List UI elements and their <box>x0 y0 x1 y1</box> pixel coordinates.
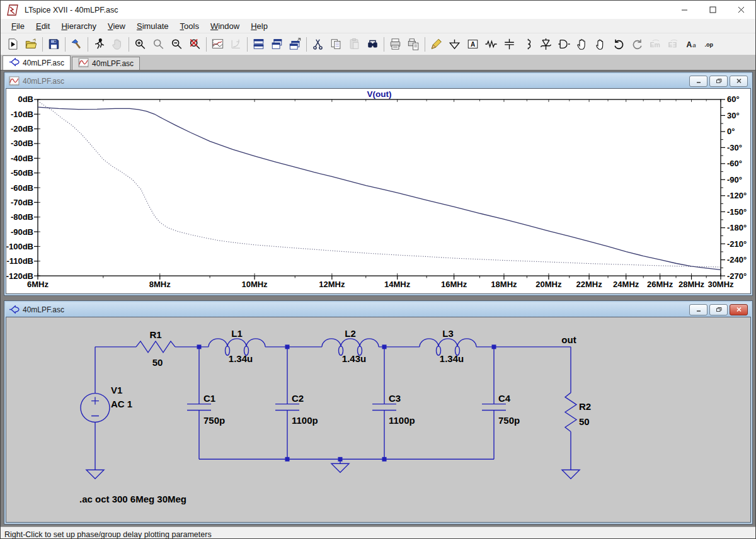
mirror-button[interactable]: Em <box>646 35 665 53</box>
window-minimize-button[interactable] <box>670 1 699 19</box>
save-button[interactable] <box>45 35 63 53</box>
place-component-button[interactable] <box>555 35 573 53</box>
menu-edit[interactable]: Edit <box>30 20 55 32</box>
waveform-plot[interactable]: V(out)0dB-10dB-20dB-30dB-40dB-50dB-60dB-… <box>6 89 750 293</box>
place-capacitor-button[interactable] <box>500 35 518 53</box>
component-label[interactable]: V1 <box>111 385 122 395</box>
pan-plot-button[interactable] <box>227 35 245 53</box>
place-text-button[interactable]: Aa <box>683 35 701 53</box>
svg-text:.op: .op <box>705 42 714 48</box>
inductor-L2-symbol[interactable] <box>322 339 379 347</box>
zoom-out-button[interactable] <box>168 35 186 53</box>
component-label[interactable]: C4 <box>498 393 511 404</box>
waveform-minimize-button[interactable] <box>689 76 707 87</box>
cascade-windows-button[interactable] <box>286 35 304 53</box>
capacitor-C4-symbol[interactable] <box>482 404 506 411</box>
ground-symbol[interactable] <box>86 470 104 479</box>
resistor-R1-symbol[interactable] <box>136 341 175 353</box>
print-preview-button[interactable] <box>404 35 423 53</box>
spice-directive-text[interactable]: .ac oct 300 6Meg 30Meg <box>79 494 186 504</box>
place-net-label-button[interactable]: A <box>464 35 482 53</box>
component-value[interactable]: AC 1 <box>111 399 132 409</box>
component-value[interactable]: 1100p <box>292 416 318 426</box>
component-value[interactable]: 1100p <box>389 416 415 426</box>
menu-file[interactable]: File <box>6 20 30 32</box>
rotate-button[interactable]: E∃ <box>665 35 683 53</box>
schematic-window-titlebar[interactable]: 40mLPF.asc <box>6 302 751 317</box>
waveform-window-titlebar[interactable]: 40mLPF.asc <box>6 74 751 88</box>
schematic-canvas[interactable]: V1 AC 1 R1 50 L1 1.34u L2 1.43u L3 1.34u… <box>6 317 750 522</box>
print-button[interactable] <box>386 35 404 53</box>
component-label[interactable]: R1 <box>149 329 161 340</box>
waveform-restore-button[interactable] <box>709 76 728 87</box>
control-panel-button[interactable] <box>67 35 86 53</box>
component-label[interactable]: C1 <box>203 393 215 404</box>
component-label[interactable]: L3 <box>442 328 453 339</box>
menu-view[interactable]: View <box>102 20 131 32</box>
zoom-full-button[interactable] <box>186 35 204 53</box>
menu-tools[interactable]: Tools <box>175 20 205 32</box>
component-label[interactable]: C2 <box>292 393 304 404</box>
inductor-L3-symbol[interactable] <box>420 339 476 347</box>
autorange-button[interactable] <box>209 35 227 53</box>
new-schematic-button[interactable] <box>4 35 22 53</box>
spice-directive-button[interactable]: .op <box>701 35 719 53</box>
component-value[interactable]: 750p <box>498 416 520 426</box>
component-value[interactable]: 1.34u <box>440 353 464 364</box>
menu-simulate[interactable]: Simulate <box>131 20 175 32</box>
schematic-minimize-button[interactable] <box>689 304 707 315</box>
schematic-window-icon <box>9 305 20 314</box>
ground-symbol[interactable] <box>562 470 580 479</box>
undo-button[interactable] <box>610 35 628 53</box>
component-label[interactable]: L2 <box>345 328 355 339</box>
capacitor-C3-symbol[interactable] <box>372 404 396 411</box>
menu-help[interactable]: Help <box>245 20 273 32</box>
paste-button[interactable] <box>345 35 364 53</box>
component-value[interactable]: 1.43u <box>342 353 366 364</box>
inductor-L1-symbol[interactable] <box>209 339 265 347</box>
drag-button[interactable] <box>573 35 592 53</box>
window-close-button[interactable] <box>727 1 755 19</box>
run-button[interactable] <box>90 35 108 53</box>
ground-symbol[interactable] <box>331 463 349 472</box>
component-label[interactable]: C3 <box>389 393 401 404</box>
window-title: LTspice XVII - 40mLPF.asc <box>25 6 118 14</box>
redo-button[interactable] <box>628 35 646 53</box>
capacitor-C2-symbol[interactable] <box>275 404 299 411</box>
draw-wire-button[interactable] <box>427 35 445 53</box>
component-label[interactable]: R2 <box>579 401 591 412</box>
open-button[interactable] <box>22 35 40 53</box>
cut-button[interactable] <box>309 35 327 53</box>
component-value[interactable]: 50 <box>152 357 163 368</box>
tile-vertical-button[interactable] <box>268 35 286 53</box>
place-diode-button[interactable] <box>537 35 555 53</box>
menu-window[interactable]: Window <box>205 20 245 32</box>
x-tick-label: 10MHz <box>241 280 268 289</box>
component-value[interactable]: 1.34u <box>229 353 253 364</box>
waveform-close-button[interactable] <box>730 76 748 87</box>
zoom-back-button[interactable] <box>149 35 168 53</box>
component-value[interactable]: 50 <box>579 416 590 427</box>
schematic-restore-button[interactable] <box>709 304 728 315</box>
spice-directive-icon: .op <box>704 38 717 50</box>
place-resistor-button[interactable] <box>482 35 500 53</box>
net-label-out[interactable]: out <box>561 334 576 345</box>
tab-waveform[interactable]: 40mLPF.asc <box>72 57 140 70</box>
wire[interactable] <box>95 347 571 470</box>
tab-schematic[interactable]: 40mLPF.asc <box>3 55 71 70</box>
window-maximize-button[interactable] <box>699 1 727 19</box>
find-button[interactable] <box>364 35 382 53</box>
component-label[interactable]: L1 <box>231 328 242 339</box>
halt-button[interactable] <box>108 35 127 53</box>
copy-button[interactable] <box>327 35 345 53</box>
zoom-in-button[interactable] <box>131 35 149 53</box>
capacitor-C1-symbol[interactable] <box>187 404 211 411</box>
place-inductor-button[interactable] <box>518 35 537 53</box>
menu-hierarchy[interactable]: Hierarchy <box>55 20 102 32</box>
tile-horizontal-button[interactable] <box>249 35 268 53</box>
place-ground-button[interactable] <box>445 35 464 53</box>
resistor-R2-symbol[interactable] <box>565 393 576 432</box>
component-value[interactable]: 750p <box>203 416 225 426</box>
move-button[interactable] <box>592 35 610 53</box>
schematic-close-button[interactable] <box>730 304 748 315</box>
